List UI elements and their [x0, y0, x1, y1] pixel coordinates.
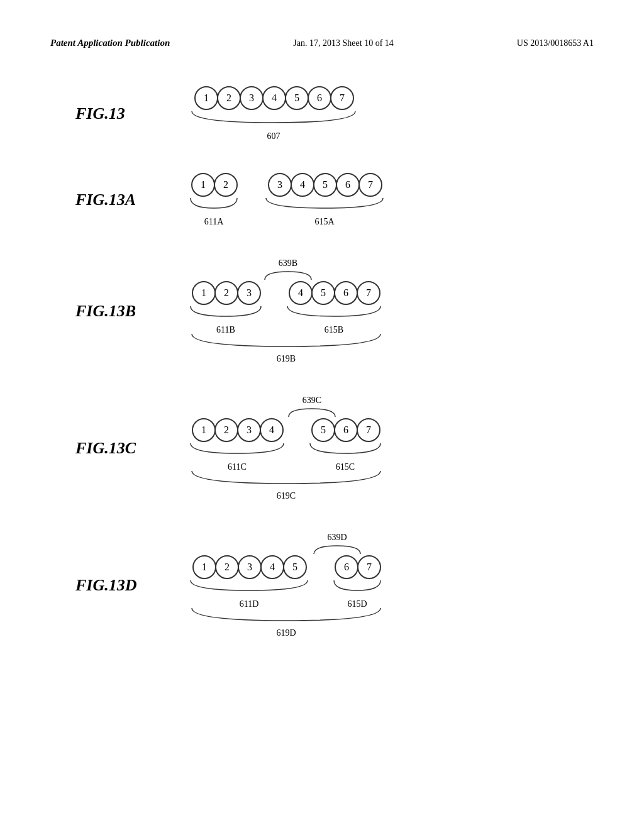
fig13d-label: FIG.13D [75, 576, 164, 595]
circle-1: 1 [192, 555, 216, 579]
fig13a-groups: 1 2 611A 3 4 [189, 173, 385, 227]
fig13a-row: FIG.13A 1 2 611A [75, 173, 385, 227]
circle-7: 7 [357, 281, 380, 305]
fig13a-label: FIG.13A [75, 191, 164, 209]
circle-2: 2 [214, 281, 238, 305]
fig13d-group2: 6 7 615D [332, 555, 382, 609]
fig13b-brace2-svg [286, 305, 382, 323]
circle-6: 6 [334, 418, 358, 442]
fig13-brace-svg [189, 110, 358, 129]
circle-3: 3 [237, 418, 261, 442]
fig13-row: FIG.13 1 2 3 4 5 6 7 607 [75, 86, 358, 141]
fig13c-top-label: 639C [303, 396, 321, 406]
fig13d-group1: 1 2 3 4 5 611D [189, 555, 309, 609]
circle-4: 4 [291, 173, 314, 197]
circle-4: 4 [260, 418, 284, 442]
circle-7: 7 [330, 86, 354, 110]
fig13c-groups: 1 2 3 4 611C [189, 418, 382, 472]
fig13d-outer-label: 619D [189, 628, 384, 638]
fig13b-group2: 4 5 6 7 615B [286, 281, 382, 335]
fig13d-groups: 1 2 3 4 5 611D [189, 555, 382, 609]
fig13b-brace1-svg [189, 305, 263, 323]
fig13c-outer-brace-svg [189, 470, 384, 489]
circle-1: 1 [194, 86, 218, 110]
fig13d-content: 639D 1 2 3 [189, 533, 384, 638]
fig13c-brace2-svg [308, 442, 382, 460]
circle-1: 1 [191, 173, 215, 197]
circle-6: 6 [335, 555, 358, 579]
fig13c-outer-label: 619C [189, 491, 384, 501]
fig13c-group2: 5 6 7 615C [308, 418, 382, 472]
circle-3: 3 [240, 86, 264, 110]
circle-4: 4 [260, 555, 284, 579]
fig13b-outer-brace-svg [189, 333, 384, 351]
fig13a-brace1-svg [189, 197, 239, 214]
circle-2: 2 [217, 86, 241, 110]
fig13d-top-label: 639D [327, 533, 347, 543]
fig13c-brace1-svg [189, 442, 286, 460]
fig13c-row: FIG.13C 639C [75, 396, 384, 501]
fig13b-outer-label: 619B [189, 354, 384, 364]
page-header: Patent Application Publication Jan. 17, … [50, 38, 594, 48]
fig13-brace-label: 607 [267, 131, 280, 141]
fig13a-label2: 615A [314, 217, 334, 227]
circle-7: 7 [357, 418, 380, 442]
circle-3: 3 [268, 173, 292, 197]
circle-5: 5 [285, 86, 309, 110]
fig13-circles: 1 2 3 4 5 6 7 [194, 86, 353, 110]
fig13c-group1: 1 2 3 4 611C [189, 418, 286, 472]
fig13a-content: 1 2 611A 3 4 [189, 173, 385, 227]
fig13a-group2: 3 4 5 6 7 615A [264, 173, 385, 227]
fig13a-group1: 1 2 611A [189, 173, 239, 227]
fig13-label: FIG.13 [75, 104, 164, 123]
circle-4: 4 [262, 86, 286, 110]
fig13d-outer-brace-svg [189, 607, 384, 626]
fig13d-row: FIG.13D 639D [75, 533, 384, 638]
fig13a-label1: 611A [204, 217, 224, 227]
fig13b-label: FIG.13B [75, 302, 164, 321]
fig13d-brace1-svg [189, 579, 309, 597]
circle-6: 6 [336, 173, 360, 197]
circle-7: 7 [357, 555, 381, 579]
circle-5: 5 [311, 418, 335, 442]
fig13d-brace2-svg [332, 579, 382, 597]
circle-1: 1 [192, 281, 216, 305]
fig13-content: 1 2 3 4 5 6 7 607 [189, 86, 358, 141]
circle-4: 4 [289, 281, 313, 305]
circle-5: 5 [283, 555, 307, 579]
circle-3: 3 [237, 281, 261, 305]
fig13d-top-brace-svg [312, 544, 362, 555]
header-left: Patent Application Publication [50, 38, 170, 48]
fig13a-brace2-svg [264, 197, 385, 214]
fig13c-content: 639C 1 2 3 [189, 396, 384, 501]
circle-5: 5 [313, 173, 337, 197]
circle-2: 2 [214, 173, 238, 197]
circle-5: 5 [311, 281, 335, 305]
fig13c-label: FIG.13C [75, 439, 164, 458]
fig13b-top-brace-svg [263, 270, 313, 281]
circle-6: 6 [308, 86, 331, 110]
header-right: US 2013/0018653 A1 [517, 38, 594, 48]
fig13c-top-brace-svg [287, 407, 337, 418]
fig13b-content: 639B 1 2 3 [189, 258, 384, 364]
circle-1: 1 [192, 418, 216, 442]
circle-7: 7 [358, 173, 382, 197]
circle-2: 2 [215, 555, 239, 579]
circle-6: 6 [334, 281, 358, 305]
fig13b-top-label: 639B [279, 258, 297, 268]
circle-3: 3 [238, 555, 262, 579]
header-center: Jan. 17, 2013 Sheet 10 of 14 [293, 38, 393, 48]
fig13b-groups: 1 2 3 611B [189, 281, 382, 335]
fig13b-row: FIG.13B 639B [75, 258, 384, 364]
fig13b-group1: 1 2 3 611B [189, 281, 263, 335]
page: Patent Application Publication Jan. 17, … [0, 0, 644, 830]
circle-2: 2 [214, 418, 238, 442]
figures-container: FIG.13 1 2 3 4 5 6 7 607 FIG.13A [50, 86, 594, 638]
